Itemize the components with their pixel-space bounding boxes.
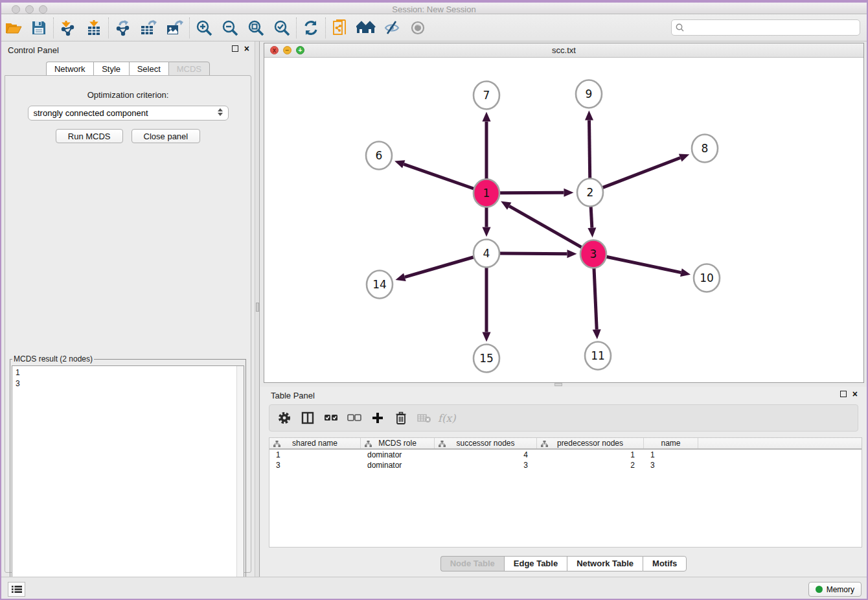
import-network-button[interactable] [55, 16, 81, 40]
edge-1-2[interactable] [499, 192, 564, 193]
graph-node-8[interactable]: 8 [692, 135, 718, 163]
memory-label: Memory [827, 585, 854, 594]
edge-2-9[interactable] [589, 120, 590, 179]
graph-node-2[interactable]: 2 [577, 179, 603, 207]
search-box[interactable] [671, 19, 860, 36]
column-header-predecessor-nodes[interactable]: predecessor nodes [537, 438, 644, 448]
column-header-shared-name[interactable]: shared name [269, 438, 361, 448]
table-cell[interactable]: 1 [269, 450, 361, 460]
edge-2-8[interactable] [602, 158, 680, 188]
function-builder-icon[interactable]: f(x) [438, 412, 455, 424]
eye-slash-icon [383, 20, 400, 36]
zoom-selected-button[interactable] [269, 16, 295, 40]
mcds-tab-content: Optimization criterion: strongly connect… [5, 75, 251, 573]
refresh-layout-button[interactable] [298, 16, 324, 40]
split-columns-button[interactable] [298, 408, 317, 428]
table-cell[interactable]: 1 [537, 450, 644, 460]
column-header-MCDS-role[interactable]: MCDS role [361, 438, 435, 448]
table-header-row: shared nameMCDS rolesuccessor nodesprede… [269, 437, 862, 450]
graph-node-7[interactable]: 7 [474, 82, 499, 110]
add-column-button[interactable] [368, 408, 387, 428]
table-cell[interactable]: dominator [361, 460, 435, 470]
edge-arrowhead-icon [483, 112, 491, 122]
column-header-name[interactable]: name [644, 438, 698, 448]
network-window-titlebar[interactable]: x − + scc.txt [264, 43, 863, 58]
optimization-criterion-select[interactable]: strongly connected component [28, 106, 229, 121]
plus-icon [371, 411, 384, 424]
toolbar-separator [53, 17, 54, 38]
edge-4-14[interactable] [405, 257, 474, 277]
delete-table-button[interactable] [415, 408, 434, 428]
float-panel-icon[interactable] [232, 45, 238, 52]
table-cell[interactable]: dominator [361, 450, 435, 460]
float-panel-icon[interactable] [840, 391, 847, 397]
graph-node-3[interactable]: 3 [580, 240, 606, 268]
control-panel-title: Control Panel [8, 45, 59, 55]
select-all-checkboxes-button[interactable] [321, 408, 341, 428]
zoom-in-button[interactable] [191, 16, 217, 40]
splitter-grip-icon[interactable] [256, 303, 259, 312]
run-mcds-button[interactable]: Run MCDS [56, 129, 123, 143]
close-panel-icon[interactable]: × [852, 391, 858, 397]
save-session-button[interactable] [26, 16, 52, 40]
tab-edge-table[interactable]: Edge Table [504, 556, 567, 571]
svg-text:2: 2 [587, 186, 594, 199]
tab-network-table[interactable]: Network Table [567, 556, 643, 571]
zoom-out-button[interactable] [217, 16, 243, 40]
zoom-selected-icon [273, 19, 290, 36]
graph-node-11[interactable]: 11 [585, 342, 611, 370]
table-row[interactable]: 3dominator323 [269, 460, 698, 470]
table-cell[interactable]: 3 [644, 460, 698, 470]
graph-node-9[interactable]: 9 [576, 80, 602, 108]
edge-4-3[interactable] [499, 253, 567, 254]
result-scrollbar[interactable] [236, 366, 244, 593]
graph-node-4[interactable]: 4 [474, 240, 499, 268]
zoom-fit-button[interactable] [243, 16, 269, 40]
node-table: shared nameMCDS rolesuccessor nodesprede… [269, 437, 862, 548]
edge-3-11[interactable] [594, 267, 597, 329]
table-cell[interactable]: 3 [435, 460, 537, 470]
splitter-grip-icon[interactable] [554, 383, 562, 386]
delete-column-button[interactable] [391, 408, 411, 428]
graph-node-1[interactable]: 1 [474, 179, 499, 207]
network-canvas[interactable]: 7968124314101511 [264, 58, 863, 382]
edge-arrowhead-icon [588, 227, 596, 237]
graph-node-15[interactable]: 15 [474, 345, 499, 373]
edge-3-1[interactable] [509, 206, 582, 248]
svg-text:6: 6 [376, 149, 383, 162]
vertical-splitter[interactable] [255, 41, 260, 577]
graph-node-6[interactable]: 6 [366, 142, 392, 170]
table-cell[interactable]: 4 [435, 450, 537, 460]
edge-3-10[interactable] [606, 257, 681, 272]
show-eye-button[interactable] [405, 16, 431, 40]
tab-motifs[interactable]: Motifs [643, 556, 687, 571]
import-table-button[interactable] [81, 16, 107, 40]
table-row[interactable]: 1dominator411 [269, 450, 698, 460]
table-cell[interactable]: 1 [644, 450, 698, 460]
column-header-successor-nodes[interactable]: successor nodes [435, 438, 537, 448]
hide-panels-button[interactable] [379, 16, 405, 40]
export-network-button[interactable] [110, 16, 136, 40]
search-input[interactable] [687, 23, 856, 32]
import-network-icon [60, 19, 76, 36]
graph-node-10[interactable]: 10 [694, 264, 720, 292]
export-table-button[interactable] [136, 16, 162, 40]
memory-button[interactable]: Memory [808, 582, 862, 597]
edge-2-3[interactable] [591, 205, 592, 227]
clone-network-button[interactable] [327, 16, 353, 40]
gear-button[interactable] [275, 408, 294, 428]
export-image-button[interactable] [162, 16, 188, 40]
mcds-result-list[interactable]: 1 3 [12, 365, 244, 594]
birdseye-view-button[interactable] [353, 16, 379, 40]
mcds-result-item: 3 [16, 378, 240, 389]
open-session-button[interactable] [0, 16, 26, 40]
close-panel-icon[interactable]: × [244, 45, 249, 52]
close-panel-button[interactable]: Close panel [131, 129, 201, 143]
table-cell[interactable]: 2 [537, 460, 644, 470]
table-cell[interactable]: 3 [269, 460, 361, 470]
tab-node-table[interactable]: Node Table [440, 556, 504, 571]
task-history-button[interactable] [8, 582, 25, 597]
edge-1-6[interactable] [404, 164, 474, 189]
deselect-checkboxes-button[interactable] [345, 408, 364, 428]
graph-node-14[interactable]: 14 [367, 271, 393, 299]
